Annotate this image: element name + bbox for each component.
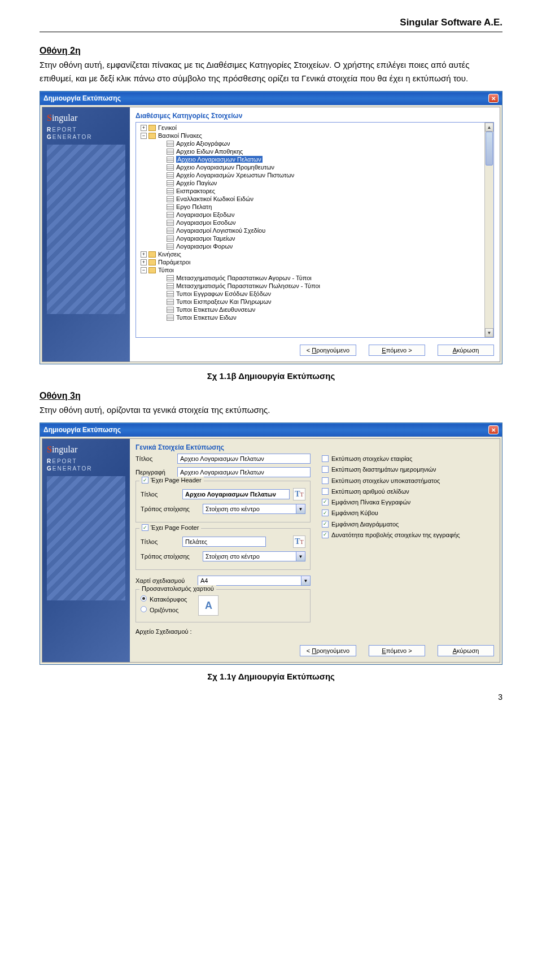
option-row: Εκτύπωση στοιχείων υποκαταστήματος — [322, 477, 494, 485]
figure-caption-1: Σχ 1.1β Δημιουργία Εκτύπωσης — [40, 371, 502, 381]
has-header-checkbox[interactable]: ✓ — [142, 477, 148, 484]
close-icon[interactable]: ✕ — [488, 94, 499, 103]
tree-node[interactable]: Εναλλακτικοί Κωδικοί Ειδών — [136, 195, 484, 203]
tree-node[interactable]: Τυποι Ετικετων Διευθυνσεων — [136, 306, 484, 313]
orientation-legend: Προσανατολισμός χαρτιού — [142, 585, 214, 592]
header-title-input[interactable] — [182, 489, 290, 499]
checkbox-label: Εκτύπωση διαστημάτων ημερομηνιών — [331, 465, 436, 473]
brand-sub1: REPORT — [47, 458, 125, 464]
checkbox-label: Εμφάνιση Πίνακα Εγγραφών — [331, 498, 410, 506]
checkbox[interactable]: ✓ — [322, 509, 329, 516]
checkbox[interactable] — [322, 477, 329, 484]
tree-node[interactable]: Εισπρακτορες — [136, 187, 484, 195]
prev-button[interactable]: < Προηγούμενο — [300, 645, 356, 656]
tree-node-label: Αρχειο Ειδων Αποθηκης — [176, 148, 243, 155]
paper-combo[interactable] — [198, 576, 301, 586]
categories-tree[interactable]: +Γενικοί−Βασικοί ΠίνακεςΑρχείο Αξιογράφω… — [136, 123, 484, 337]
header-align-combo[interactable] — [203, 504, 296, 514]
label-header-title: Τίτλος — [141, 491, 182, 498]
company-header: Singular Software A.E. — [40, 17, 502, 28]
brand-sub2: GENERATOR — [47, 465, 125, 472]
tree-node-label: Αρχειο Λογαριασμων Προμηθευτων — [176, 164, 274, 171]
scroll-up-icon[interactable]: ▲ — [485, 123, 493, 132]
tree-node[interactable]: Λογαριασμοι Εξοδων — [136, 211, 484, 219]
tree-node[interactable]: Αρχειο Ειδων Αποθηκης — [136, 147, 484, 155]
tree-node[interactable]: Τυποι Εισπραξεων Και Πληρωμων — [136, 298, 484, 306]
table-icon — [167, 220, 174, 226]
expand-icon[interactable]: + — [141, 251, 147, 258]
chevron-down-icon[interactable]: ▼ — [301, 576, 311, 586]
expand-icon[interactable]: + — [141, 259, 147, 265]
table-icon — [167, 228, 174, 234]
tree-node-label: Κινήσεις — [158, 251, 181, 258]
next-button[interactable]: Επόμενο > — [369, 345, 425, 356]
tree-node[interactable]: Μετασχηματισμός Παραστατικων Αγορων - Τύ… — [136, 274, 484, 282]
scrollbar[interactable]: ▲ ▼ — [484, 123, 493, 337]
brand-sub2: GENERATOR — [47, 134, 125, 140]
next-button[interactable]: Επόμενο > — [369, 645, 425, 656]
tree-node[interactable]: +Γενικοί — [136, 124, 484, 132]
tree-node-label: Μετασχηματισμός Παραστατικων Πωλησεων - … — [176, 282, 320, 289]
landscape-radio[interactable] — [141, 606, 147, 612]
tree-node[interactable]: Λογαριασμοι Ταμείων — [136, 234, 484, 242]
tree-node[interactable]: +Παράμετροι — [136, 258, 484, 266]
description-input[interactable] — [177, 467, 311, 477]
expand-icon[interactable]: + — [141, 125, 147, 131]
tree-node[interactable]: Αρχειο Λογαριασμων Προμηθευτων — [136, 163, 484, 171]
cancel-button[interactable]: Ακύρωση — [438, 645, 494, 656]
tree-node[interactable]: Εργο Πελατη — [136, 203, 484, 211]
tree-node[interactable]: Αρχείο Λογαριασμών Χρεωστων Πιστωτων — [136, 171, 484, 179]
tree-node[interactable]: −Βασικοί Πίνακες — [136, 132, 484, 140]
tree-node[interactable]: Αρχειο Λογαριασμων Πελατων — [136, 155, 484, 163]
tree-node-label: Γενικοί — [158, 124, 177, 131]
collapse-icon[interactable]: − — [141, 133, 147, 139]
tree-node-label: Λογαριασμοι Εσοδων — [176, 219, 236, 226]
option-row: ✓Εμφάνιση Κύβου — [322, 509, 494, 517]
tree-node-label: Εναλλακτικοί Κωδικοί Ειδών — [176, 195, 253, 202]
font-button[interactable]: TT — [293, 488, 305, 500]
dialog-create-print-1: Δημιουργία Εκτύπωσης ✕ Singular REPORT G… — [40, 91, 502, 364]
tree-node[interactable]: Αρχείο Αξιογράφων — [136, 140, 484, 147]
tree-node[interactable]: −Τύποι — [136, 266, 484, 274]
table-icon — [167, 149, 174, 155]
tree-node[interactable]: +Κινήσεις — [136, 250, 484, 258]
checkbox-label: Δυνατότητα προβολής στοιχείων της εγγραφ… — [331, 531, 460, 539]
checkbox[interactable]: ✓ — [322, 499, 329, 506]
table-icon — [167, 204, 174, 210]
scroll-down-icon[interactable]: ▼ — [485, 328, 493, 337]
checkbox[interactable] — [322, 455, 329, 462]
checkbox[interactable]: ✓ — [322, 521, 329, 528]
option-row: ✓Εμφάνιση Διαγράμματος — [322, 520, 494, 528]
tree-node[interactable]: Λογαριασμοι Φορων — [136, 242, 484, 250]
portrait-radio[interactable] — [141, 595, 147, 602]
has-footer-checkbox[interactable]: ✓ — [142, 524, 148, 531]
chevron-down-icon[interactable]: ▼ — [296, 504, 305, 514]
tree-node[interactable]: Τυποι Ετικετων Ειδων — [136, 313, 484, 321]
tree-node[interactable]: Λογαριασμοι Εσοδων — [136, 219, 484, 227]
scroll-thumb[interactable] — [486, 132, 493, 165]
close-icon[interactable]: ✕ — [488, 425, 499, 434]
title-input[interactable] — [177, 454, 311, 464]
tree-node[interactable]: Λογαριασμοί Λογιστικού Σχεδίου — [136, 227, 484, 234]
tree-node[interactable]: Τυποι Εγγραφων Εσόδων Εξόδων — [136, 290, 484, 298]
tree-node[interactable]: Μετασχηματισμός Παραστατικων Πωλησεων - … — [136, 282, 484, 290]
table-icon — [167, 291, 174, 297]
titlebar: Δημιουργία Εκτύπωσης ✕ — [40, 423, 502, 437]
label-footer-title: Τίτλος — [141, 538, 182, 545]
chevron-down-icon[interactable]: ▼ — [296, 551, 305, 561]
checkbox[interactable]: ✓ — [322, 532, 329, 538]
checkbox[interactable] — [322, 488, 329, 495]
folder-icon — [148, 125, 156, 131]
table-icon — [167, 236, 174, 242]
font-button[interactable]: TT — [293, 535, 305, 548]
footer-title-input[interactable] — [182, 537, 266, 547]
table-icon — [167, 307, 174, 313]
table-icon — [167, 180, 174, 186]
collapse-icon[interactable]: − — [141, 267, 147, 273]
cancel-button[interactable]: Ακύρωση — [438, 345, 494, 356]
prev-button[interactable]: < Προηγούμενο — [300, 345, 356, 356]
tree-node[interactable]: Αρχείο Παγίων — [136, 179, 484, 187]
checkbox[interactable] — [322, 466, 329, 473]
footer-align-combo[interactable] — [203, 551, 296, 561]
table-icon — [167, 243, 174, 250]
